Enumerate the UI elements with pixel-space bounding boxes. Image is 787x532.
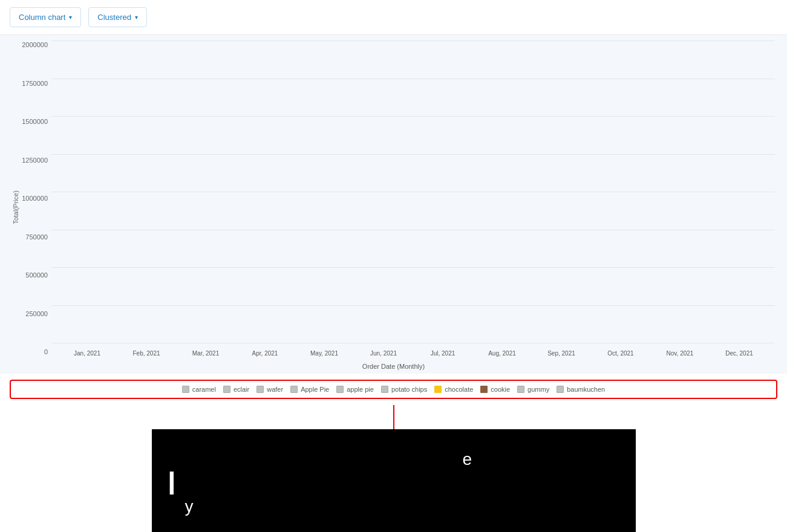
legend-item[interactable]: gummy (517, 386, 549, 393)
x-axis-title: Order Date (Monthly) (12, 363, 775, 370)
legend-label: gummy (527, 386, 549, 393)
chart-type-label: Column chart (19, 13, 65, 22)
x-axis-label: May, 2021 (295, 350, 354, 357)
legend-item[interactable]: caramel (182, 386, 216, 393)
legend-label: cookie (491, 386, 510, 393)
legend-item[interactable]: baumkuchen (557, 386, 605, 393)
cluster-dropdown[interactable]: Clustered ▾ (88, 7, 147, 27)
black-box-y: y (185, 497, 194, 516)
y-axis-label: 2000000 (22, 41, 48, 48)
legend-swatch (182, 386, 189, 393)
legend-swatch (336, 386, 344, 393)
legend-label: caramel (192, 386, 216, 393)
x-axis-label: Aug, 2021 (472, 350, 532, 357)
legend-label: Apple Pie (301, 386, 329, 393)
x-axis-label: Feb, 2021 (117, 350, 176, 357)
y-axis-label: 0 (44, 348, 48, 355)
legend-item[interactable]: potato chips (381, 386, 427, 393)
legend-item[interactable]: apple pie (336, 386, 374, 393)
legend-swatch (256, 386, 264, 393)
toolbar: Column chart ▾ Clustered ▾ (0, 0, 787, 35)
legend-item[interactable]: eclair (223, 386, 249, 393)
legend-label: potato chips (391, 386, 427, 393)
x-axis-label: Apr, 2021 (235, 350, 295, 357)
legend-item[interactable]: chocolate (434, 386, 473, 393)
tooltip-line (393, 405, 394, 429)
x-axis-label: Sep, 2021 (532, 350, 591, 357)
legend-label: wafer (267, 386, 283, 393)
x-axis: Jan, 2021Feb, 2021Mar, 2021Apr, 2021May,… (51, 350, 775, 357)
cluster-chevron: ▾ (135, 14, 138, 21)
cluster-label: Clustered (97, 13, 131, 22)
x-axis-label: Oct, 2021 (591, 350, 650, 357)
legend-label: apple pie (347, 386, 374, 393)
legend-swatch (290, 386, 298, 393)
y-axis-title: Total(Price) (12, 190, 19, 224)
y-axis-label: 750000 (25, 233, 48, 241)
y-axis-label: 250000 (25, 310, 48, 317)
y-axis-label: 1000000 (22, 195, 48, 202)
legend-label: eclair (233, 386, 249, 393)
legend-label: baumkuchen (567, 386, 605, 393)
plot-area (51, 41, 775, 343)
x-axis-label: Jan, 2021 (57, 350, 117, 357)
chart-area: 0250000500000750000100000012500001500000… (0, 35, 787, 374)
chart-container: 0250000500000750000100000012500001500000… (12, 41, 775, 374)
legend-item[interactable]: cookie (480, 386, 510, 393)
legend-label: chocolate (445, 386, 473, 393)
bars-wrapper (51, 41, 775, 343)
legend-swatch (223, 386, 230, 393)
x-axis-label: Nov, 2021 (650, 350, 710, 357)
x-axis-label: Dec, 2021 (710, 350, 769, 357)
black-box-content: e y (185, 447, 618, 519)
legend-swatch (381, 386, 388, 393)
legend: carameleclairwaferApple Pieapple piepota… (10, 380, 777, 399)
y-axis-label: 1250000 (22, 157, 48, 164)
y-axis-label: 500000 (25, 271, 48, 279)
chart-type-chevron: ▾ (69, 14, 72, 21)
legend-item[interactable]: wafer (256, 386, 283, 393)
black-box: ▎ e y (152, 429, 636, 532)
x-axis-label: Jul, 2021 (413, 350, 472, 357)
legend-item[interactable]: Apple Pie (290, 386, 329, 393)
black-box-text: ▎ (170, 472, 185, 495)
legend-swatch (557, 386, 564, 393)
x-axis-label: Jun, 2021 (354, 350, 413, 357)
chart-type-dropdown[interactable]: Column chart ▾ (10, 7, 81, 27)
legend-swatch (517, 386, 524, 393)
x-axis-label: Mar, 2021 (176, 350, 235, 357)
y-axis-label: 1500000 (22, 118, 48, 125)
legend-swatch (480, 386, 488, 393)
y-axis-label: 1750000 (22, 80, 48, 87)
legend-swatch (434, 386, 442, 393)
